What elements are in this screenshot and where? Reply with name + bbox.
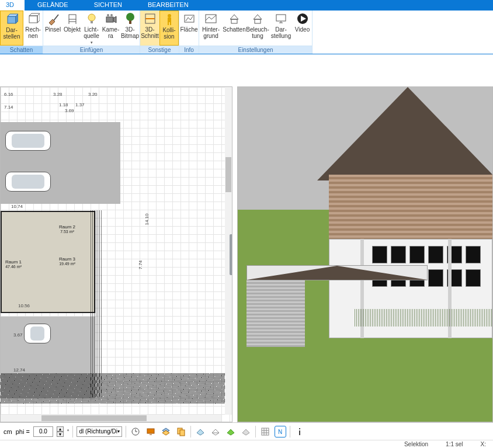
svg-rect-32 (255, 19, 261, 23)
house-roof (317, 87, 493, 180)
landscape-icon (204, 12, 217, 25)
svg-marker-47 (197, 429, 204, 435)
btn-clock[interactable] (130, 426, 141, 437)
ribbon: Dar- stellen Rech- nen Schatten Pinsel O… (0, 11, 493, 54)
room2: Raum 27.53 m² (59, 224, 75, 234)
svg-rect-15 (106, 17, 113, 22)
dim-f: 1.37 (75, 102, 85, 107)
svg-point-19 (126, 13, 134, 21)
house-shadow-icon (228, 12, 241, 25)
btn-plane2[interactable] (210, 426, 221, 437)
cube-wire-icon (27, 12, 40, 25)
plan-car-2 (5, 172, 51, 192)
phi-stepper[interactable]: ▲ ▼ (57, 426, 64, 437)
group-info: Fläche Info (179, 11, 199, 54)
status-coord: X: (481, 441, 486, 447)
3d-view[interactable] (237, 86, 493, 422)
tool-pinsel[interactable]: Pinsel (43, 11, 63, 46)
svg-marker-48 (212, 429, 219, 435)
phi-up[interactable]: ▲ (57, 426, 64, 432)
copy-icon (176, 427, 186, 436)
bulb-icon (85, 12, 98, 25)
btn-plane1[interactable] (195, 426, 206, 437)
svg-rect-46 (180, 430, 185, 436)
dim-e: 1.18 (59, 102, 68, 107)
svg-rect-9 (69, 15, 76, 19)
room1: Raum 147.46 m² (5, 259, 22, 269)
svg-marker-29 (230, 15, 238, 19)
svg-point-23 (168, 14, 171, 18)
tool-schatten-settings[interactable]: Schatten (223, 11, 246, 46)
btn-north[interactable]: N (275, 426, 286, 437)
grass-fringe (355, 309, 492, 327)
svg-rect-59 (299, 430, 300, 435)
play-icon (296, 12, 309, 25)
tool-darstellen[interactable]: Dar- stellen (0, 11, 23, 46)
tool-kamera[interactable]: Kame- ra (101, 11, 120, 46)
svg-rect-52 (262, 428, 269, 435)
dim-m: 12.74 (13, 367, 25, 373)
monitor-icon (275, 12, 287, 25)
btn-screen[interactable] (145, 426, 157, 437)
plan-car-1 (5, 131, 51, 151)
chair-icon (66, 12, 79, 25)
splitter[interactable] (230, 234, 232, 275)
btn-plane4[interactable] (240, 426, 252, 437)
workspace: 6.16 3.28 3.20 7.14 1.18 1.37 3.69 10.74… (0, 54, 493, 422)
btn-info[interactable] (294, 426, 305, 437)
tool-hintergrund[interactable]: Hinter- grund (199, 11, 223, 46)
brush-icon (47, 12, 60, 25)
phi-label: phi = (16, 428, 30, 435)
unit-label: cm (4, 428, 12, 435)
svg-rect-3 (29, 16, 37, 23)
plan-hatch (91, 210, 102, 397)
svg-marker-4 (29, 13, 40, 16)
dim-d: 7.14 (4, 105, 13, 110)
group-label-info: Info (179, 46, 199, 54)
group-schatten: Dar- stellen Rech- nen Schatten (0, 11, 43, 54)
svg-text:N: N (278, 429, 282, 435)
dl-dropdown[interactable]: dl (Richtung/Di▾ (77, 426, 122, 437)
area-icon (183, 12, 196, 25)
status-ratio: 1:1 sel (446, 441, 463, 447)
btn-grid[interactable] (259, 426, 271, 437)
btn-plane3[interactable] (225, 426, 237, 437)
svg-rect-14 (91, 21, 93, 23)
svg-line-7 (37, 20, 40, 23)
grid-icon (261, 427, 270, 436)
group-label-einstellungen: Einstellungen (199, 46, 312, 54)
plan-view[interactable]: 6.16 3.28 3.20 7.14 1.18 1.37 3.69 10.74… (0, 86, 232, 422)
btn-layers[interactable] (160, 426, 172, 437)
person-icon (163, 13, 176, 26)
clock-icon (131, 427, 140, 436)
dim-s: 14.10 (144, 213, 150, 225)
plan-scroll-h[interactable] (1, 415, 221, 422)
svg-rect-20 (129, 20, 131, 24)
status-selektion: Selektion (404, 441, 428, 447)
tool-flaeche[interactable]: Fläche (179, 11, 199, 46)
dim-b: 3.28 (53, 92, 63, 97)
tab-3d[interactable]: 3D (0, 0, 25, 11)
tab-gelaende[interactable]: GELÄNDE (25, 0, 81, 11)
tool-darstellung[interactable]: Dar- stellung (269, 11, 293, 46)
tab-bearbeiten[interactable]: BEARBEITEN (135, 0, 202, 11)
tool-3d-schnitt[interactable]: 3D- Schnitt (140, 11, 159, 46)
btn-copy[interactable] (175, 426, 187, 437)
tool-lichtquelle[interactable]: Licht- quelle▾ (82, 11, 101, 46)
phi-down[interactable]: ▼ (57, 432, 64, 437)
tab-sichten[interactable]: SICHTEN (81, 0, 135, 11)
group-einfuegen: Pinsel Objekt Licht- quelle▾ Kame- ra 3D… (43, 11, 140, 54)
svg-marker-31 (254, 15, 262, 19)
windows-row1 (372, 246, 481, 263)
dim-l: 10.56 (18, 303, 30, 308)
tool-rechnen[interactable]: Rech- nen (23, 11, 43, 46)
tool-video[interactable]: Video (293, 11, 312, 46)
plane4-icon (241, 427, 251, 436)
tool-beleuchtung[interactable]: Beleuch- tung (246, 11, 269, 46)
tool-3d-bitmap[interactable]: 3D- Bitmap (120, 11, 140, 46)
tool-kollision[interactable]: Kolli- sion (159, 11, 179, 46)
group-einstellungen: Hinter- grund Schatten Beleuch- tung Dar… (199, 11, 313, 54)
tool-objekt[interactable]: Objekt (63, 11, 82, 46)
phi-input[interactable] (33, 426, 53, 437)
statusbar: Selektion 1:1 sel X: (0, 440, 493, 448)
